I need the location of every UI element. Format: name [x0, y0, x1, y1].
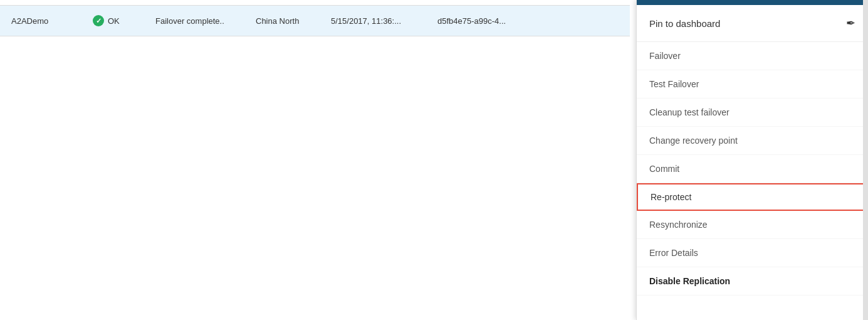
cell-id: d5fb4e75-a99c-4... [432, 16, 533, 26]
menu-item-disable-replication[interactable]: Disable Replication [637, 267, 868, 296]
context-menu-header: Pin to dashboard ✒ [637, 5, 868, 42]
context-menu-top-bar [637, 0, 868, 5]
status-ok-icon: ✓ [93, 15, 104, 26]
menu-item-commit[interactable]: Commit [637, 155, 868, 183]
main-area: A2ADemo ✓ OK Failover complete.. China N… [0, 0, 868, 320]
cell-region: China North [251, 16, 326, 26]
menu-items-list: FailoverTest FailoverCleanup test failov… [637, 42, 868, 296]
pin-icon[interactable]: ✒ [846, 16, 855, 30]
scrollbar[interactable] [863, 0, 868, 320]
pin-to-dashboard-label: Pin to dashboard [649, 18, 720, 29]
menu-item-change-recovery-point[interactable]: Change recovery point [637, 127, 868, 155]
context-menu: Pin to dashboard ✒ FailoverTest Failover… [636, 0, 868, 320]
menu-item-resynchronize[interactable]: Resynchronize [637, 211, 868, 239]
cell-failover: Failover complete.. [150, 16, 251, 26]
menu-item-re-protect[interactable]: Re-protect [637, 183, 868, 211]
cell-status: ✓ OK [88, 15, 150, 26]
menu-item-failover[interactable]: Failover [637, 42, 868, 70]
table-container: A2ADemo ✓ OK Failover complete.. China N… [0, 0, 630, 320]
table-row[interactable]: A2ADemo ✓ OK Failover complete.. China N… [0, 5, 630, 36]
cell-date: 5/15/2017, 11:36:... [326, 16, 432, 26]
menu-item-cleanup-test-failover[interactable]: Cleanup test failover [637, 99, 868, 127]
cell-name: A2ADemo [6, 16, 88, 26]
menu-item-error-details[interactable]: Error Details [637, 239, 868, 267]
status-text: OK [108, 16, 120, 26]
menu-item-test-failover[interactable]: Test Failover [637, 70, 868, 99]
